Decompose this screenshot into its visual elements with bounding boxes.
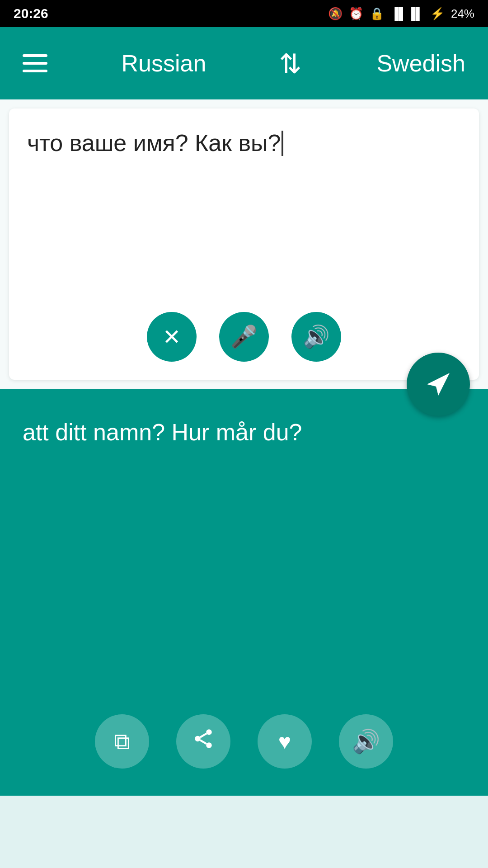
target-language[interactable]: Swedish xyxy=(376,50,465,77)
translation-speaker-button[interactable]: 🔊 xyxy=(339,714,393,769)
svg-line-3 xyxy=(200,740,206,744)
swap-languages-button[interactable]: ⇄ xyxy=(276,52,307,75)
source-language[interactable]: Russian xyxy=(122,50,206,77)
svg-point-0 xyxy=(206,729,212,735)
input-box[interactable]: что ваше имя? Как вы? 🎤 🔊 xyxy=(9,108,479,380)
lock-icon: 🔒 xyxy=(370,7,384,21)
status-bar: 20:26 🔕 ⏰ 🔒 ▐▌▐▌ ⚡ 24% xyxy=(0,0,488,27)
input-section: что ваше имя? Как вы? 🎤 🔊 xyxy=(0,99,488,389)
translation-section: att ditt namn? Hur mår du? ⧉ ♥ 🔊 xyxy=(0,389,488,796)
mic-icon: 🎤 xyxy=(230,324,258,349)
top-bar: Russian ⇄ Swedish xyxy=(0,27,488,99)
signal-icon: ▐▌▐▌ xyxy=(390,7,424,21)
send-button[interactable] xyxy=(407,353,470,416)
copy-button[interactable]: ⧉ xyxy=(95,714,149,769)
translation-speaker-icon: 🔊 xyxy=(352,728,380,755)
heart-icon: ♥ xyxy=(278,729,291,754)
send-icon xyxy=(425,371,452,398)
copy-icon: ⧉ xyxy=(114,728,130,755)
cursor xyxy=(282,131,283,156)
microphone-button[interactable]: 🎤 xyxy=(219,312,269,362)
menu-button[interactable] xyxy=(23,54,47,72)
status-icons: 🔕 ⏰ 🔒 ▐▌▐▌ ⚡ 24% xyxy=(328,7,474,21)
speaker-button[interactable]: 🔊 xyxy=(291,312,341,362)
notification-icon: 🔕 xyxy=(328,7,343,21)
svg-line-4 xyxy=(200,734,206,737)
share-icon xyxy=(192,727,215,755)
battery-text: 24% xyxy=(451,7,474,21)
share-button[interactable] xyxy=(176,714,230,769)
svg-point-2 xyxy=(206,742,212,748)
translated-text: att ditt namn? Hur mår du? xyxy=(23,416,465,449)
input-controls: 🎤 🔊 xyxy=(147,312,341,362)
alarm-icon: ⏰ xyxy=(349,7,363,21)
clear-button[interactable] xyxy=(147,312,197,362)
charging-icon: ⚡ xyxy=(430,7,445,21)
time: 20:26 xyxy=(14,6,48,21)
svg-point-1 xyxy=(195,736,201,742)
source-text: что ваше имя? Как вы? xyxy=(27,127,461,160)
favorite-button[interactable]: ♥ xyxy=(258,714,312,769)
x-icon xyxy=(163,324,181,349)
translation-controls: ⧉ ♥ 🔊 xyxy=(95,714,393,769)
speaker-icon: 🔊 xyxy=(303,324,330,349)
